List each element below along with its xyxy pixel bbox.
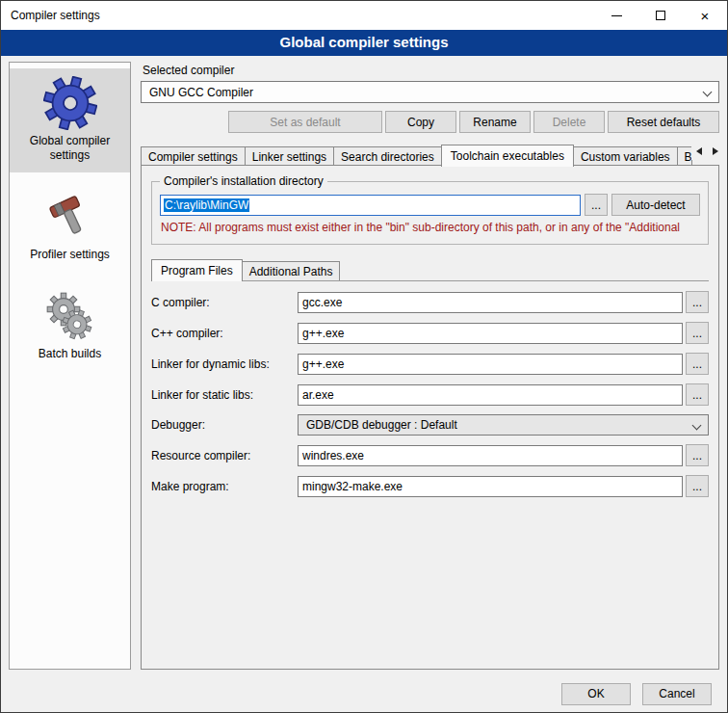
c-compiler-browse-button[interactable]: ...: [686, 291, 709, 313]
arrow-right-icon: [713, 147, 718, 155]
cpp-compiler-input[interactable]: [298, 323, 683, 344]
tab-scroll-right-button[interactable]: [708, 143, 724, 160]
linker-dynamic-browse-button[interactable]: ...: [686, 353, 709, 375]
sidebar-item-label: Profiler settings: [30, 248, 110, 262]
sidebar-item-profiler-settings[interactable]: Profiler settings: [10, 182, 130, 272]
linker-static-input[interactable]: [298, 384, 683, 406]
titlebar: Compiler settings ×: [1, 1, 727, 30]
linker-static-label: Linker for static libs:: [151, 388, 298, 402]
resource-compiler-input[interactable]: [298, 445, 683, 466]
rename-button[interactable]: Rename: [459, 111, 531, 133]
field-row-cpp-compiler: C++ compiler: ...: [151, 322, 709, 344]
field-row-linker-dynamic: Linker for dynamic libs: ...: [151, 353, 709, 375]
field-row-c-compiler: C compiler: ...: [151, 291, 709, 313]
tab-custom-variables[interactable]: Custom variables: [573, 146, 678, 166]
field-row-linker-static: Linker for static libs: ...: [151, 383, 709, 406]
selected-compiler-dropdown[interactable]: GNU GCC Compiler: [141, 81, 719, 103]
subtab-program-files[interactable]: Program Files: [151, 259, 243, 281]
settings-tabstrip: Compiler settings Linker settings Search…: [141, 143, 719, 166]
set-as-default-button: Set as default: [228, 111, 382, 133]
compiler-settings-window: Compiler settings × Global compiler sett…: [0, 0, 728, 713]
gear-icon: [43, 76, 97, 130]
main-content: Selected compiler GNU GCC Compiler Set a…: [141, 62, 719, 670]
dialog-body: Global compiler settings Profiler settin…: [1, 56, 727, 675]
maximize-button[interactable]: [638, 1, 683, 30]
bin-subdirectory-note: NOTE: All programs must exist either in …: [161, 221, 699, 234]
delete-button: Delete: [533, 111, 605, 133]
tab-toolchain-executables[interactable]: Toolchain executables: [441, 145, 574, 167]
maximize-icon: [656, 11, 665, 20]
arrow-left-icon: [696, 147, 702, 155]
cpp-compiler-label: C++ compiler:: [151, 327, 298, 340]
profiler-tool-icon: [43, 190, 97, 244]
ok-button[interactable]: OK: [561, 683, 631, 705]
selected-compiler-label: Selected compiler: [143, 64, 719, 77]
close-button[interactable]: ×: [683, 1, 727, 30]
cancel-button[interactable]: Cancel: [642, 683, 712, 705]
sidebar-item-batch-builds[interactable]: Batch builds: [10, 281, 130, 371]
field-row-resource-compiler: Resource compiler: ...: [151, 444, 709, 466]
installation-directory-input[interactable]: C:\raylib\MinGW: [160, 195, 581, 216]
copy-button[interactable]: Copy: [385, 111, 456, 133]
dialog-footer: OK Cancel: [1, 675, 727, 712]
linker-dynamic-label: Linker for dynamic libs:: [151, 357, 298, 371]
tab-compiler-settings[interactable]: Compiler settings: [141, 146, 246, 166]
tab-scroll-arrows: [691, 143, 724, 160]
batch-builds-gears-icon: [43, 289, 97, 343]
debugger-label: Debugger:: [151, 418, 298, 432]
chevron-down-icon: [692, 421, 702, 431]
tab-linker-settings[interactable]: Linker settings: [245, 146, 334, 166]
selected-compiler-value: GNU GCC Compiler: [149, 86, 253, 99]
compiler-actions: Set as default Copy Rename Delete Reset …: [141, 111, 719, 133]
page-title: Global compiler settings: [1, 30, 727, 56]
auto-detect-button[interactable]: Auto-detect: [611, 194, 700, 216]
minimize-icon: [611, 15, 622, 16]
installation-directory-selected-text: C:\raylib\MinGW: [164, 198, 249, 212]
sidebar-item-label: Batch builds: [39, 347, 101, 361]
minimize-button[interactable]: [594, 1, 638, 30]
reset-defaults-button[interactable]: Reset defaults: [608, 111, 719, 133]
c-compiler-input[interactable]: [298, 292, 683, 313]
installation-directory-row: C:\raylib\MinGW ... Auto-detect: [160, 194, 700, 216]
toolchain-fields: C compiler: ... C++ compiler: ... Linker…: [151, 291, 709, 506]
cpp-compiler-browse-button[interactable]: ...: [686, 322, 709, 344]
tab-search-directories[interactable]: Search directories: [333, 146, 442, 166]
program-files-tabstrip: Program Files Additional Paths: [151, 258, 709, 281]
make-program-label: Make program:: [151, 480, 298, 493]
close-icon: ×: [701, 9, 710, 23]
c-compiler-label: C compiler:: [151, 296, 298, 309]
linker-dynamic-input[interactable]: [298, 354, 683, 375]
resource-compiler-browse-button[interactable]: ...: [686, 444, 709, 466]
window-title: Compiler settings: [11, 9, 594, 22]
debugger-value: GDB/CDB debugger : Default: [306, 418, 457, 432]
linker-static-browse-button[interactable]: ...: [686, 383, 709, 406]
make-program-input[interactable]: [298, 476, 683, 497]
tab-build-options[interactable]: Build: [677, 146, 692, 166]
sidebar: Global compiler settings Profiler settin…: [9, 62, 131, 670]
chevron-down-icon: [703, 88, 713, 97]
subtab-additional-paths[interactable]: Additional Paths: [242, 261, 341, 280]
window-controls: ×: [594, 1, 727, 30]
field-row-debugger: Debugger: GDB/CDB debugger : Default: [151, 414, 709, 436]
installation-directory-legend: Compiler's installation directory: [160, 174, 327, 188]
debugger-dropdown[interactable]: GDB/CDB debugger : Default: [298, 414, 709, 436]
resource-compiler-label: Resource compiler:: [151, 449, 298, 462]
sidebar-item-label: Global compiler settings: [13, 134, 126, 163]
sidebar-item-global-compiler-settings[interactable]: Global compiler settings: [10, 68, 130, 172]
tab-scroll-left-button[interactable]: [691, 143, 708, 160]
toolchain-executables-panel: Compiler's installation directory C:\ray…: [141, 165, 719, 670]
installation-directory-browse-button[interactable]: ...: [585, 194, 608, 216]
make-program-browse-button[interactable]: ...: [686, 475, 709, 497]
installation-directory-groupbox: Compiler's installation directory C:\ray…: [151, 181, 709, 245]
field-row-make-program: Make program: ...: [151, 475, 709, 497]
